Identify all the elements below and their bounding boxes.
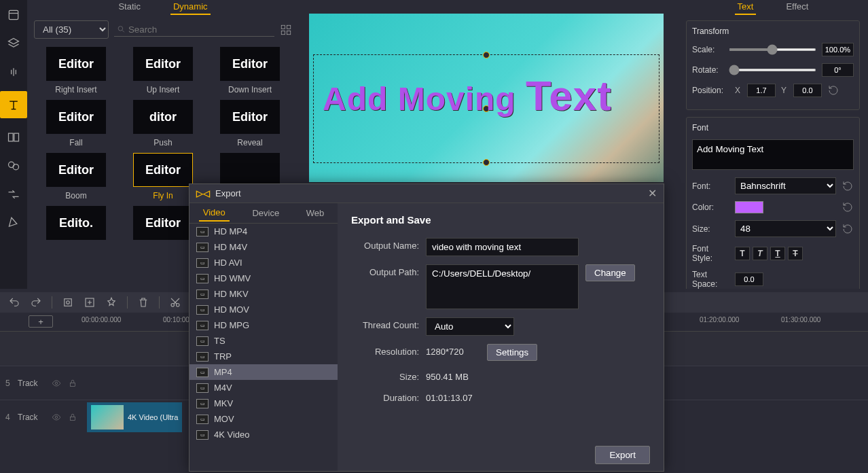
asset-item[interactable]: EditorReveal bbox=[209, 100, 291, 147]
asset-item[interactable]: ditorPush bbox=[122, 100, 204, 147]
rotate-value[interactable]: 0° bbox=[822, 63, 854, 77]
format-label: HD MOV bbox=[214, 304, 249, 315]
visibility-icon[interactable] bbox=[52, 413, 61, 422]
format-item[interactable]: ▭TRP bbox=[189, 349, 338, 364]
format-item[interactable]: ▭HD MP4 bbox=[189, 224, 338, 239]
overlay-icon[interactable] bbox=[4, 213, 23, 232]
tab-effect[interactable]: Effect bbox=[783, 0, 811, 15]
asset-item[interactable]: Edito. bbox=[35, 206, 117, 244]
bold-icon[interactable]: T bbox=[735, 247, 750, 260]
transform-title: Transform bbox=[692, 27, 854, 36]
rotate-slider[interactable] bbox=[729, 69, 816, 71]
color-swatch[interactable] bbox=[735, 201, 763, 213]
scale-value[interactable]: 100.0% bbox=[822, 43, 854, 56]
underline-icon[interactable]: T bbox=[770, 247, 785, 260]
handle-bottom[interactable] bbox=[483, 159, 490, 166]
asset-thumb: Editor bbox=[46, 47, 106, 81]
dialog-right-panel: Export and Save Output Name: Output Path… bbox=[338, 203, 664, 471]
cut-icon[interactable] bbox=[169, 296, 181, 309]
reset-color-icon[interactable] bbox=[842, 201, 854, 213]
format-item[interactable]: ▭HD MPG bbox=[189, 317, 338, 333]
output-name-input[interactable] bbox=[426, 238, 579, 256]
undo-icon[interactable] bbox=[8, 296, 20, 309]
dialog-export-button[interactable]: Export bbox=[595, 446, 650, 464]
asset-item[interactable]: EditorUp Insert bbox=[122, 47, 204, 94]
split-icon[interactable] bbox=[4, 128, 23, 147]
redo-icon[interactable] bbox=[30, 296, 42, 309]
dialog-title: Export bbox=[215, 188, 648, 198]
effects-icon[interactable] bbox=[105, 296, 117, 309]
delete-icon[interactable] bbox=[137, 296, 149, 309]
ruler-tick: 01:30:00.000 bbox=[781, 316, 820, 323]
format-item[interactable]: ▭M4V bbox=[189, 380, 338, 396]
crop-icon[interactable] bbox=[62, 296, 74, 309]
add-track-button[interactable]: + bbox=[29, 315, 53, 328]
format-list[interactable]: ▭HD MP4▭HD M4V▭HD AVI▭HD WMV▭HD MKV▭HD M… bbox=[189, 224, 338, 471]
format-icon: ▭ bbox=[196, 336, 209, 346]
tab-text[interactable]: Text bbox=[735, 0, 757, 15]
preview-canvas[interactable]: Add Moving Text bbox=[309, 14, 664, 182]
italic-icon[interactable]: T bbox=[753, 247, 767, 260]
format-item[interactable]: ▭TS bbox=[189, 333, 338, 349]
reset-position-icon[interactable] bbox=[827, 84, 839, 97]
font-select[interactable]: Bahnschrift bbox=[735, 177, 836, 194]
transition-icon[interactable] bbox=[4, 185, 23, 204]
asset-item[interactable]: EditorFall bbox=[35, 100, 117, 147]
format-item[interactable]: ▭MKV bbox=[189, 396, 338, 411]
grid-view-icon[interactable] bbox=[280, 24, 292, 36]
size-select[interactable]: 48 bbox=[735, 220, 836, 237]
text-content-input[interactable]: Add Moving Text bbox=[692, 139, 854, 170]
scale-slider[interactable] bbox=[729, 48, 816, 51]
output-path-input[interactable]: C:/Users/DELL/Desktop/ bbox=[426, 264, 579, 309]
reset-size-icon[interactable] bbox=[842, 223, 854, 235]
y-value[interactable]: 0.0 bbox=[793, 84, 822, 97]
reset-font-icon[interactable] bbox=[842, 180, 854, 192]
layers-icon[interactable] bbox=[4, 34, 23, 53]
media-icon[interactable] bbox=[4, 5, 23, 24]
format-item[interactable]: ▭MP4 bbox=[189, 364, 338, 380]
video-clip[interactable]: 4K Video (Ultra bbox=[87, 402, 182, 432]
text-icon[interactable] bbox=[0, 91, 27, 118]
audio-icon[interactable] bbox=[4, 63, 23, 82]
asset-search[interactable] bbox=[114, 23, 274, 37]
asset-label: Reveal bbox=[237, 138, 262, 147]
format-item[interactable]: ▭HD M4V bbox=[189, 239, 338, 255]
handle-top[interactable] bbox=[483, 52, 490, 58]
textspace-value[interactable]: 0.0 bbox=[735, 273, 763, 286]
lock-icon[interactable] bbox=[68, 379, 77, 388]
lock-icon[interactable] bbox=[68, 413, 77, 422]
tab-dynamic[interactable]: Dynamic bbox=[170, 0, 211, 15]
format-item[interactable]: ▭4K Video bbox=[189, 427, 338, 442]
asset-item[interactable]: EditorBoom bbox=[35, 153, 117, 200]
export-tab-web[interactable]: Web bbox=[302, 205, 329, 221]
dialog-left-panel: Video Device Web ▭HD MP4▭HD M4V▭HD AVI▭H… bbox=[189, 203, 338, 471]
preview-text[interactable]: Add Moving Text bbox=[323, 71, 612, 120]
svg-rect-11 bbox=[65, 299, 72, 306]
thread-select[interactable]: Auto bbox=[426, 317, 514, 336]
strike-icon[interactable]: T bbox=[788, 247, 803, 260]
asset-item[interactable]: EditorRight Insert bbox=[35, 47, 117, 94]
dialog-titlebar[interactable]: ▷◁ Export ✕ bbox=[189, 184, 664, 203]
x-value[interactable]: 1.7 bbox=[747, 84, 776, 97]
visibility-icon[interactable] bbox=[52, 379, 61, 388]
format-item[interactable]: ▭HD MKV bbox=[189, 286, 338, 302]
format-item[interactable]: ▭HD WMV bbox=[189, 270, 338, 286]
resolution-settings-button[interactable]: Settings bbox=[487, 344, 537, 361]
asset-thumb: Editor bbox=[46, 100, 106, 134]
tab-static[interactable]: Static bbox=[115, 0, 143, 15]
filter-icon[interactable] bbox=[4, 156, 23, 175]
change-path-button[interactable]: Change bbox=[585, 264, 635, 281]
format-label: 4K Video bbox=[214, 430, 250, 440]
format-icon: ▭ bbox=[196, 227, 209, 236]
format-item[interactable]: ▭MOV bbox=[189, 411, 338, 427]
add-icon[interactable] bbox=[84, 296, 96, 309]
asset-search-input[interactable] bbox=[128, 24, 272, 35]
dialog-close-button[interactable]: ✕ bbox=[648, 187, 657, 200]
asset-item[interactable]: EditorDown Insert bbox=[209, 47, 291, 94]
asset-category-select[interactable]: All (35) bbox=[34, 20, 109, 39]
format-item[interactable]: ▭HD MOV bbox=[189, 302, 338, 317]
export-tab-video[interactable]: Video bbox=[199, 205, 230, 222]
format-label: MP4 bbox=[214, 367, 232, 377]
format-item[interactable]: ▭HD AVI bbox=[189, 255, 338, 270]
export-tab-device[interactable]: Device bbox=[248, 205, 283, 221]
